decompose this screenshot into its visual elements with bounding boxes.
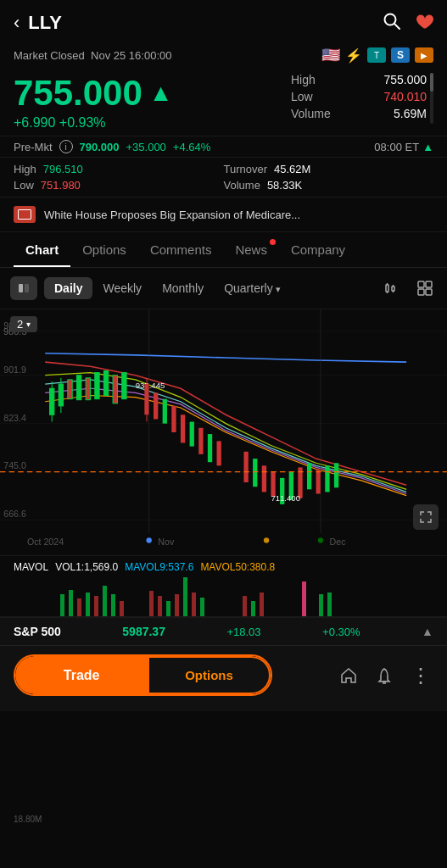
flag-icons: 🇺🇸 ⚡ T S ▶ xyxy=(321,46,433,64)
back-button[interactable]: ‹ xyxy=(14,12,20,34)
svg-rect-84 xyxy=(200,598,204,616)
premarket-bar: Pre-Mkt i 790.000 +35.000 +4.64% 08:00 E… xyxy=(0,136,447,158)
bottom-nav: Trade Options ⋮ xyxy=(0,645,447,711)
period-daily[interactable]: Daily xyxy=(44,277,92,299)
hl-col-left: High 796.510 Low 751.980 xyxy=(14,163,224,192)
svg-rect-31 xyxy=(50,388,54,415)
volume-row: Volume 5.69M xyxy=(291,107,427,120)
svg-rect-4 xyxy=(386,285,388,292)
ticker-symbol: LLY xyxy=(28,12,62,34)
svg-rect-76 xyxy=(111,594,115,616)
search-icon[interactable] xyxy=(383,12,401,34)
tab-company[interactable]: Company xyxy=(279,232,357,267)
svg-rect-85 xyxy=(243,596,247,616)
svg-rect-79 xyxy=(158,596,162,616)
home-icon[interactable] xyxy=(339,666,358,685)
price-right-section: High 755.000 Low 740.010 Volume 5.69M xyxy=(291,73,433,124)
svg-rect-38 xyxy=(76,376,81,400)
chart-badge[interactable]: 2 ▾ xyxy=(10,316,37,332)
svg-text:935.445: 935.445 xyxy=(136,381,165,390)
svg-rect-40 xyxy=(95,373,99,399)
svg-rect-72 xyxy=(77,598,81,616)
svg-rect-7 xyxy=(392,287,394,291)
scroll-thumb xyxy=(430,73,433,92)
svg-rect-12 xyxy=(418,289,424,295)
grid-icon[interactable] xyxy=(413,276,437,300)
chart-style-icon[interactable] xyxy=(381,276,405,300)
svg-rect-86 xyxy=(251,601,255,616)
price-left: 755.000 ▲ +6.990 +0.93% xyxy=(14,73,173,131)
svg-rect-50 xyxy=(181,415,185,442)
svg-rect-88 xyxy=(302,581,306,616)
svg-rect-55 xyxy=(243,452,248,482)
svg-rect-90 xyxy=(327,593,332,616)
svg-rect-56 xyxy=(253,459,257,487)
period-right-icons xyxy=(381,276,437,300)
svg-rect-39 xyxy=(86,378,90,400)
hl-turnover: Turnover 45.62M xyxy=(224,163,434,175)
volume-bars-svg xyxy=(14,577,433,616)
high-row: High 755.000 xyxy=(291,73,427,86)
options-button[interactable]: Options xyxy=(148,656,270,694)
svg-rect-11 xyxy=(426,281,432,287)
tab-chart[interactable]: Chart xyxy=(14,232,70,267)
news-headline-text: White House Proposes Big Expansion of Me… xyxy=(44,209,300,221)
news-red-dot xyxy=(270,239,276,245)
svg-text:Oct 2024: Oct 2024 xyxy=(27,537,64,547)
hl-col-right: Turnover 45.62M Volume 58.33K xyxy=(224,163,434,192)
svg-line-1 xyxy=(394,24,400,29)
news-headline-bar[interactable]: White House Proposes Big Expansion of Me… xyxy=(0,198,447,232)
svg-rect-47 xyxy=(154,392,158,419)
heart-icon[interactable] xyxy=(415,13,433,33)
market-status-bar: Market Closed Nov 25 16:00:00 🇺🇸 ⚡ T S ▶ xyxy=(0,42,447,70)
tab-comments[interactable]: Comments xyxy=(138,232,224,267)
price-right: High 755.000 Low 740.010 Volume 5.69M xyxy=(291,73,427,120)
svg-rect-54 xyxy=(217,441,221,465)
period-toggle-btn[interactable] xyxy=(10,276,37,300)
mavol-50: MAVOL50:380.8 xyxy=(200,561,275,573)
price-section: 755.000 ▲ +6.990 +0.93% High 755.000 Low… xyxy=(0,70,447,136)
svg-text:901.9: 901.9 xyxy=(3,364,26,375)
sp500-expand[interactable]: ▲ xyxy=(422,625,433,638)
svg-rect-87 xyxy=(260,593,264,616)
period-weekly[interactable]: Weekly xyxy=(92,277,152,299)
svg-rect-51 xyxy=(190,422,194,447)
svg-rect-73 xyxy=(86,593,90,616)
price-arrow: ▲ xyxy=(149,80,173,107)
chart-area[interactable]: 2 ▾ 980.3 980.3 901.9 823.4 745.0 666.6 … xyxy=(0,309,447,555)
sp500-price: 5987.37 xyxy=(122,625,165,638)
bell-icon[interactable] xyxy=(375,666,394,685)
svg-rect-3 xyxy=(25,284,29,292)
premarket-info-icon[interactable]: i xyxy=(59,140,73,153)
mavol-9: MAVOL9:537.6 xyxy=(125,561,193,573)
bottom-ticker: S&P 500 5987.37 +18.03 +0.30% ▲ xyxy=(0,617,447,645)
svg-text:745.0: 745.0 xyxy=(3,461,26,471)
svg-rect-80 xyxy=(166,601,170,616)
period-quarterly[interactable]: Quarterly xyxy=(214,277,291,299)
hl-low: Low 751.980 xyxy=(14,179,224,192)
trade-options-group: Trade Options xyxy=(14,654,272,696)
tab-news[interactable]: News xyxy=(223,232,279,267)
chart-svg: 980.3 901.9 823.4 745.0 666.6 Oct 2024 N… xyxy=(0,309,447,555)
svg-rect-49 xyxy=(171,406,176,432)
chart-expand-btn[interactable] xyxy=(413,504,439,530)
mavol-vol1: VOL1:1,569.0 xyxy=(55,561,118,573)
trade-button[interactable]: Trade xyxy=(15,656,148,694)
svg-rect-2 xyxy=(19,284,23,292)
more-icon[interactable]: ⋮ xyxy=(411,664,430,687)
mavol-bar: MAVOL VOL1:1,569.0 MAVOL9:537.6 MAVOL50:… xyxy=(0,555,447,575)
svg-rect-13 xyxy=(426,289,432,295)
tabs-bar: Chart Options Comments News Company xyxy=(0,232,447,268)
premarket-left: Pre-Mkt i 790.000 +35.000 +4.64% xyxy=(14,140,210,153)
svg-text:Dec: Dec xyxy=(330,537,346,547)
mavol-label: MAVOL xyxy=(14,561,48,573)
svg-rect-57 xyxy=(262,465,266,492)
period-monthly[interactable]: Monthly xyxy=(152,277,214,299)
hl-high: High 796.510 xyxy=(14,163,224,175)
svg-rect-10 xyxy=(418,281,424,287)
icon-teal: T xyxy=(367,47,386,63)
svg-rect-89 xyxy=(319,594,323,616)
market-status-text: Market Closed Nov 25 16:00:00 xyxy=(14,49,171,62)
svg-rect-74 xyxy=(94,596,98,616)
tab-options[interactable]: Options xyxy=(70,232,138,267)
